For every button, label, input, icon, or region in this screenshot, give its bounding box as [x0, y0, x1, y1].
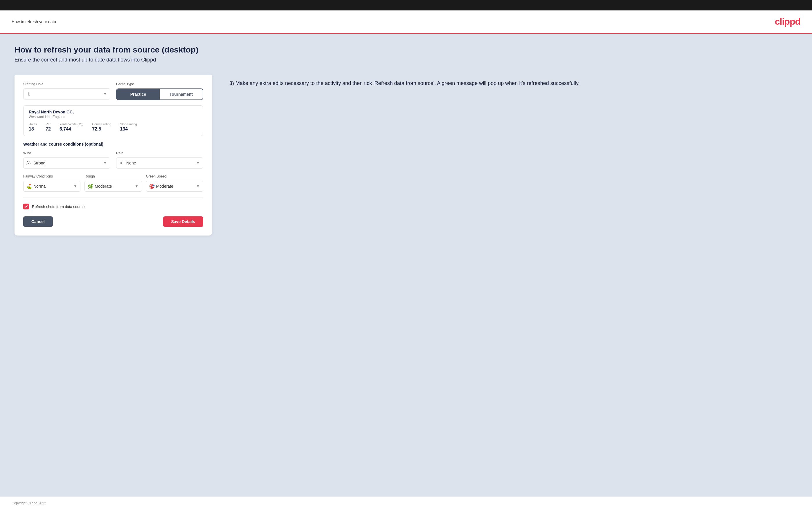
cancel-button[interactable]: Cancel — [23, 216, 53, 227]
header-title: How to refresh your data — [12, 19, 56, 24]
fairway-select[interactable]: Normal Soft Firm — [23, 181, 81, 192]
sidebar-description: 3) Make any extra edits necessary to the… — [230, 79, 798, 88]
stat-yards: Yards/White (M)) 6,744 — [59, 122, 83, 132]
stat-par: Par 72 — [46, 122, 51, 132]
refresh-checkbox[interactable] — [23, 204, 29, 210]
rough-select[interactable]: Moderate Light Heavy — [85, 181, 142, 192]
rain-label: Rain — [116, 151, 203, 155]
par-value: 72 — [46, 126, 51, 132]
starting-hole-select[interactable]: 1 2 10 — [23, 89, 110, 100]
checkmark-icon — [24, 205, 28, 208]
course-info-box: Royal North Devon GC, Westward Ho!, Engl… — [23, 105, 203, 136]
wind-label: Wind — [23, 151, 110, 155]
rain-wrapper: ☀ None Light Heavy ▼ — [116, 158, 203, 169]
course-stats: Holes 18 Par 72 Yards/White (M)) 6,744 C… — [29, 122, 198, 132]
wind-wrapper: 🌬 Strong Light Moderate None ▼ — [23, 158, 110, 169]
course-rating-value: 72.5 — [92, 126, 101, 132]
sidebar-text: 3) Make any extra edits necessary to the… — [230, 73, 798, 88]
stat-course-rating: Course rating 72.5 — [92, 122, 111, 132]
par-label: Par — [46, 122, 51, 126]
tournament-button[interactable]: Tournament — [160, 89, 203, 100]
course-rating-label: Course rating — [92, 122, 111, 126]
header: How to refresh your data clippd — [0, 10, 812, 34]
save-button[interactable]: Save Details — [163, 216, 204, 227]
conditions-row: Fairway Conditions ⛳ Normal Soft Firm ▼ … — [23, 174, 203, 192]
game-type-toggle: Practice Tournament — [116, 89, 203, 100]
practice-button[interactable]: Practice — [117, 89, 160, 100]
green-speed-col: Green Speed 🎯 Moderate Slow Fast ▼ — [146, 174, 203, 192]
fairway-wrapper: ⛳ Normal Soft Firm ▼ — [23, 181, 81, 192]
page-subheading: Ensure the correct and most up to date d… — [14, 57, 798, 63]
rain-col: Rain ☀ None Light Heavy ▼ — [116, 151, 203, 169]
green-speed-wrapper: 🎯 Moderate Slow Fast ▼ — [146, 181, 203, 192]
weather-section-title: Weather and course conditions (optional) — [23, 142, 203, 147]
game-type-label: Game Type — [116, 82, 203, 86]
main-content: How to refresh your data from source (de… — [0, 34, 812, 497]
game-type-col: Game Type Practice Tournament — [116, 82, 203, 100]
fairway-label: Fairway Conditions — [23, 174, 81, 178]
wind-col: Wind 🌬 Strong Light Moderate None ▼ — [23, 151, 110, 169]
refresh-checkbox-row: Refresh shots from data source — [23, 204, 203, 210]
content-layout: Starting Hole 1 2 10 ▼ Game Type Practic… — [14, 73, 798, 235]
slope-rating-label: Slope rating — [120, 122, 137, 126]
starting-hole-row: Starting Hole 1 2 10 ▼ Game Type Practic… — [23, 82, 203, 100]
yards-label: Yards/White (M)) — [59, 122, 83, 126]
stat-holes: Holes 18 — [29, 122, 37, 132]
slope-rating-value: 134 — [120, 126, 128, 132]
button-row: Cancel Save Details — [23, 216, 203, 227]
logo: clippd — [775, 16, 800, 27]
course-name: Royal North Devon GC, — [29, 110, 198, 114]
rough-label: Rough — [85, 174, 142, 178]
wind-select[interactable]: Strong Light Moderate None — [23, 158, 110, 169]
holes-value: 18 — [29, 126, 34, 132]
card-top-bar — [14, 73, 212, 75]
form-card: Starting Hole 1 2 10 ▼ Game Type Practic… — [14, 73, 212, 235]
starting-hole-wrapper: 1 2 10 ▼ — [23, 89, 110, 100]
wind-rain-row: Wind 🌬 Strong Light Moderate None ▼ Rain — [23, 151, 203, 169]
stat-slope-rating: Slope rating 134 — [120, 122, 137, 132]
rough-wrapper: 🌿 Moderate Light Heavy ▼ — [85, 181, 142, 192]
yards-value: 6,744 — [59, 126, 71, 132]
starting-hole-label: Starting Hole — [23, 82, 110, 86]
holes-label: Holes — [29, 122, 37, 126]
fairway-col: Fairway Conditions ⛳ Normal Soft Firm ▼ — [23, 174, 81, 192]
refresh-checkbox-label: Refresh shots from data source — [32, 205, 85, 209]
green-speed-select[interactable]: Moderate Slow Fast — [146, 181, 203, 192]
footer-text: Copyright Clippd 2022 — [12, 501, 46, 505]
starting-hole-col: Starting Hole 1 2 10 ▼ — [23, 82, 110, 100]
footer: Copyright Clippd 2022 — [0, 497, 812, 507]
top-bar — [0, 0, 812, 10]
divider — [23, 198, 203, 198]
green-speed-label: Green Speed — [146, 174, 203, 178]
page-heading: How to refresh your data from source (de… — [14, 45, 798, 55]
course-location: Westward Ho!, England — [29, 115, 198, 119]
rough-col: Rough 🌿 Moderate Light Heavy ▼ — [85, 174, 142, 192]
rain-select[interactable]: None Light Heavy — [116, 158, 203, 169]
